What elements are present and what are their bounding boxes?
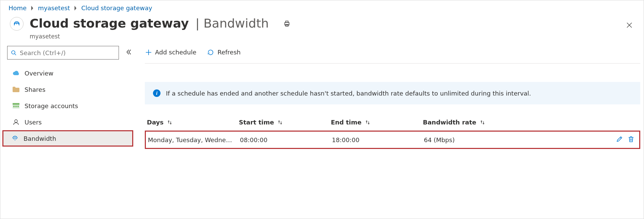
sidebar-item-bandwidth[interactable]: Bandwidth	[2, 130, 133, 147]
sidebar-item-label: Shares	[25, 86, 45, 93]
service-icon	[10, 17, 24, 31]
page-header: Cloud storage gateway | Bandwidth myaset…	[0, 14, 644, 46]
info-banner: i If a schedule has ended and another sc…	[145, 82, 640, 104]
svg-rect-7	[13, 106, 15, 107]
sidebar-item-label: Storage accounts	[25, 102, 78, 110]
folder-icon	[12, 87, 20, 92]
search-field[interactable]	[19, 49, 115, 57]
table-row[interactable]: Monday, Tuesday, Wednesd… 08:00:00 18:00…	[145, 131, 640, 149]
sidebar-item-storage-accounts[interactable]: Storage accounts	[7, 98, 133, 114]
svg-point-0	[16, 23, 17, 24]
row-actions	[607, 135, 637, 145]
svg-rect-5	[13, 103, 19, 105]
sort-icon	[365, 120, 370, 125]
cell-days: Monday, Tuesday, Wednesd…	[148, 136, 240, 144]
svg-rect-2	[286, 21, 288, 23]
add-schedule-button[interactable]: Add schedule	[145, 47, 197, 57]
svg-rect-9	[17, 106, 19, 107]
sidebar-item-label: Users	[25, 119, 42, 126]
sidebar-item-label: Overview	[25, 70, 53, 77]
command-bar: Add schedule Refresh	[145, 46, 640, 64]
cloud-icon	[12, 71, 20, 75]
breadcrumb-home[interactable]: Home	[9, 4, 27, 12]
collapse-sidebar-button[interactable]	[124, 48, 133, 58]
breadcrumb-resource[interactable]: myasetest	[38, 4, 70, 12]
column-bandwidth-rate[interactable]: Bandwidth rate	[423, 119, 608, 126]
refresh-button[interactable]: Refresh	[206, 47, 241, 57]
breadcrumb-service[interactable]: Cloud storage gateway	[81, 4, 152, 12]
svg-point-10	[15, 120, 17, 122]
sidebar-item-users[interactable]: Users	[7, 114, 133, 130]
svg-rect-8	[15, 106, 17, 107]
main-content: Add schedule Refresh i If a schedule has…	[133, 46, 644, 149]
column-start-time[interactable]: Start time	[239, 119, 331, 126]
cell-bandwidth-rate: 64 (Mbps)	[424, 136, 607, 144]
svg-point-4	[12, 51, 15, 54]
edit-button[interactable]	[615, 135, 624, 145]
svg-point-11	[15, 139, 16, 140]
delete-button[interactable]	[627, 135, 635, 145]
page-title: Cloud storage gateway | Bandwidth	[30, 14, 293, 32]
chevron-right-icon	[31, 6, 34, 11]
resource-name: myasetest	[30, 33, 293, 40]
sort-icon	[277, 120, 283, 125]
sort-icon	[167, 120, 172, 125]
column-days[interactable]: Days	[147, 119, 239, 126]
breadcrumb: Home myasetest Cloud storage gateway	[0, 0, 644, 14]
cell-end-time: 18:00:00	[332, 136, 424, 144]
info-icon: i	[153, 89, 160, 97]
sidebar-item-shares[interactable]: Shares	[7, 81, 133, 98]
sidebar-item-overview[interactable]: Overview	[7, 65, 133, 81]
schedules-table: Days Start time End time Bandwidth rate	[145, 119, 640, 149]
print-button[interactable]	[281, 14, 293, 32]
sidebar-item-label: Bandwidth	[24, 135, 56, 142]
table-header: Days Start time End time Bandwidth rate	[145, 119, 640, 131]
cell-start-time: 08:00:00	[240, 136, 332, 144]
sort-icon	[480, 120, 485, 125]
sidebar-nav: Overview Shares Storage accounts Users	[7, 65, 133, 147]
bandwidth-icon	[11, 135, 19, 142]
info-text: If a schedule has ended and another sche…	[166, 90, 531, 97]
search-input[interactable]	[7, 46, 119, 60]
sidebar: Overview Shares Storage accounts Users	[0, 46, 133, 147]
chevron-right-icon	[74, 6, 77, 11]
close-button[interactable]	[624, 20, 635, 32]
svg-rect-3	[286, 24, 288, 27]
storage-icon	[12, 103, 20, 108]
column-end-time[interactable]: End time	[331, 119, 423, 126]
user-icon	[12, 119, 20, 125]
